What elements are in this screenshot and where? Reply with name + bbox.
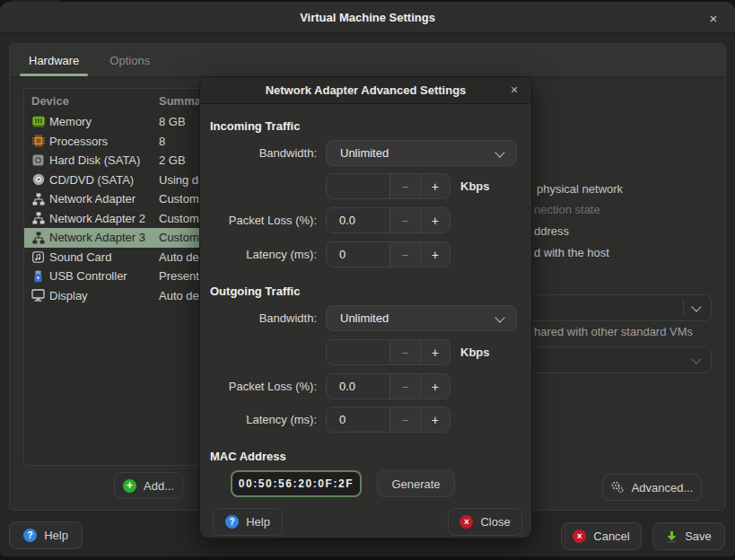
device-name: Processors (49, 135, 159, 148)
device-name: Network Adapter 2 (49, 212, 159, 225)
generate-button-label: Generate (391, 477, 440, 491)
dropdown-divider (683, 299, 684, 317)
device-summary: Auto de (159, 289, 199, 302)
device-summary: 2 GB (159, 153, 186, 167)
incoming-bandwidth-spinner: − + (326, 173, 451, 199)
modal-close-button[interactable]: × Close (448, 508, 522, 536)
incoming-bandwidth-dropdown[interactable]: Unlimited (326, 140, 517, 166)
device-name: Display (49, 289, 159, 302)
chevron-down-icon (494, 147, 504, 157)
outgoing-bandwidth-custom-input[interactable] (327, 340, 389, 364)
window-titlebar[interactable]: Virtual Machine Settings × (0, 2, 735, 33)
modal-close-icon[interactable]: × (504, 80, 524, 100)
device-name: Network Adapter (49, 192, 159, 206)
plus-icon[interactable]: + (420, 374, 450, 398)
device-name: Sound Card (49, 250, 159, 264)
add-button-label: Add... (144, 479, 174, 493)
outgoing-packet-loss-label: Packet Loss (%): (210, 373, 317, 399)
tab-strip: Hardware Options (10, 44, 725, 77)
minus-icon[interactable]: − (389, 174, 419, 198)
close-icon: × (459, 515, 473, 529)
modal-help-label: Help (246, 515, 270, 529)
window-title: Virtual Machine Settings (300, 11, 435, 24)
outgoing-bandwidth-spinner: − + (326, 339, 451, 365)
add-icon: + (123, 479, 136, 493)
outgoing-traffic-heading: Outgoing Traffic (210, 284, 300, 298)
incoming-packet-loss-label: Packet Loss (%): (210, 207, 317, 233)
network-adapter-advanced-settings-dialog: Network Adapter Advanced Settings × Inco… (199, 76, 532, 538)
device-summary: Custom (159, 192, 199, 206)
column-header-device: Device (24, 94, 159, 108)
tab-hardware-label: Hardware (29, 54, 79, 67)
bg-text-shared-with-host: d with the host (534, 246, 609, 259)
minus-icon[interactable]: − (389, 208, 419, 232)
modal-title: Network Adapter Advanced Settings (266, 83, 467, 97)
outgoing-bandwidth-value: Unlimited (340, 311, 389, 325)
incoming-packet-loss-input[interactable]: 0.0 (327, 208, 389, 232)
incoming-packet-loss-spinner: 0.0 − + (326, 207, 451, 233)
display-icon (31, 289, 45, 302)
plus-icon[interactable]: + (420, 208, 450, 232)
incoming-bandwidth-label: Bandwidth: (210, 140, 317, 166)
mac-address-input[interactable]: 00:50:56:20:0F:2F (231, 470, 362, 497)
save-button[interactable]: Save (652, 522, 725, 550)
tab-options[interactable]: Options (101, 44, 159, 76)
network-icon (31, 192, 45, 206)
incoming-latency-input[interactable]: 0 (327, 242, 389, 267)
help-button[interactable]: ? Help (9, 521, 83, 549)
plus-icon[interactable]: + (420, 340, 450, 364)
incoming-latency-spinner: 0 − + (326, 241, 451, 267)
outgoing-packet-loss-input[interactable]: 0.0 (327, 374, 389, 398)
memory-icon (31, 115, 45, 128)
plus-icon[interactable]: + (420, 242, 450, 267)
cancel-button[interactable]: × Cancel (561, 522, 642, 550)
incoming-latency-label: Latency (ms): (210, 241, 317, 267)
help-button-label: Help (44, 529, 68, 542)
bg-text-shared-standard-vms: hared with other standard VMs (534, 325, 693, 338)
save-icon (666, 530, 678, 543)
incoming-bandwidth-value: Unlimited (340, 146, 389, 160)
network-icon (31, 212, 45, 225)
minus-icon[interactable]: − (389, 374, 419, 398)
screen: Virtual Machine Settings × Hardware Opti… (0, 0, 735, 560)
minus-icon[interactable]: − (389, 407, 419, 432)
cancel-icon: × (573, 529, 586, 543)
save-button-label: Save (685, 529, 712, 543)
plus-icon[interactable]: + (420, 174, 450, 198)
bg-text-physical-network: physical network (537, 182, 623, 196)
chevron-down-icon (691, 302, 701, 311)
cd-dvd-icon (31, 173, 45, 187)
sound-card-icon (31, 250, 45, 264)
network-icon (31, 231, 45, 244)
modal-help-button[interactable]: ? Help (213, 508, 283, 536)
chevron-down-icon (691, 354, 701, 363)
tab-options-label: Options (109, 54, 150, 67)
generate-mac-button[interactable]: Generate (377, 470, 455, 497)
mac-address-heading: MAC Address (210, 450, 286, 463)
gears-icon (611, 481, 625, 494)
outgoing-bandwidth-dropdown[interactable]: Unlimited (326, 305, 517, 331)
device-name: Network Adapter 3 (49, 231, 159, 244)
minus-icon[interactable]: − (389, 340, 419, 364)
advanced-button[interactable]: Advanced... (602, 474, 702, 501)
window-close-icon[interactable]: × (704, 9, 722, 27)
outgoing-packet-loss-spinner: 0.0 − + (326, 373, 451, 399)
outgoing-latency-spinner: 0 − + (326, 407, 451, 433)
usb-controller-icon (31, 269, 45, 283)
device-name: Hard Disk (SATA) (49, 153, 159, 167)
add-device-button[interactable]: + Add... (114, 472, 183, 499)
minus-icon[interactable]: − (389, 242, 419, 267)
help-icon: ? (225, 515, 239, 529)
outgoing-bandwidth-unit: Kbps (460, 339, 490, 365)
outgoing-latency-input[interactable]: 0 (327, 407, 389, 432)
tab-hardware[interactable]: Hardware (20, 44, 88, 76)
processor-icon (31, 135, 45, 148)
device-summary: Custom (159, 231, 199, 244)
bg-text-address: ddress (534, 224, 569, 238)
device-summary: Auto de (159, 250, 199, 264)
chevron-down-icon (494, 312, 504, 322)
device-summary: Present (159, 269, 199, 283)
modal-titlebar[interactable]: Network Adapter Advanced Settings × (200, 77, 531, 104)
plus-icon[interactable]: + (420, 407, 450, 432)
incoming-bandwidth-custom-input[interactable] (327, 174, 389, 198)
